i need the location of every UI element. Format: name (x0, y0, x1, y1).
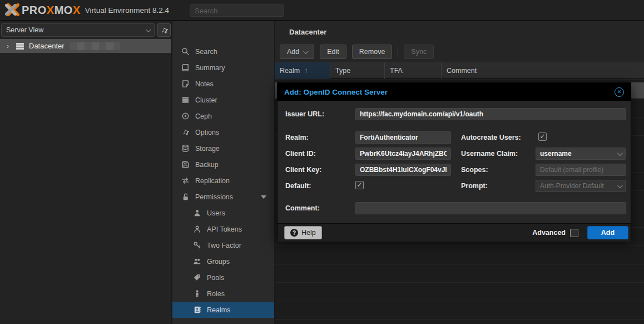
book-icon (181, 63, 190, 72)
toolbar-separator (398, 47, 398, 57)
chevron-down-icon (617, 150, 623, 156)
column-header-label: Realm (280, 67, 300, 75)
search-icon (181, 47, 190, 56)
sidebar-item-backup[interactable]: Backup (172, 156, 274, 173)
realm-field[interactable] (355, 131, 451, 144)
sidebar-item-label: Options (195, 129, 219, 136)
prompt-select[interactable]: Auth-Provider Default (536, 180, 626, 192)
person-icon (192, 289, 202, 298)
close-icon[interactable]: ✕ (615, 87, 624, 97)
sidebar-item-groups[interactable]: Groups (172, 253, 274, 269)
address-book-icon (192, 306, 202, 314)
username-claim-label: Username Claim: (461, 150, 518, 158)
proxmox-logo: PROXMOX Virtual Environment 8.2.4 (4, 3, 169, 18)
issuer-url-field[interactable] (355, 108, 626, 120)
sidebar-item-notes[interactable]: Notes (172, 76, 274, 92)
global-search-input[interactable] (190, 4, 284, 17)
dialog-footer: ? Help Advanced Add (278, 223, 631, 242)
column-header-tfa[interactable]: TFA (385, 62, 442, 79)
issuer-url-label: Issuer URL: (285, 110, 324, 118)
sidebar-item-options[interactable]: Options (172, 124, 274, 140)
default-checkbox[interactable] (355, 181, 364, 189)
sidebar-item-label: Cluster (195, 96, 217, 104)
remove-button[interactable]: Remove (352, 45, 393, 59)
sidebar-item-roles[interactable]: Roles (172, 286, 274, 302)
autocreate-users-checkbox[interactable] (538, 132, 547, 141)
sidebar-item-label: Storage (195, 145, 220, 153)
comment-field[interactable] (355, 202, 626, 214)
chevron-down-icon (146, 27, 151, 32)
gear-icon (181, 128, 190, 136)
prompt-label: Prompt: (461, 182, 488, 190)
sidebar-item-storage[interactable]: Storage (172, 140, 274, 156)
gear-icon (160, 26, 169, 35)
sidebar-item-partial[interactable] (172, 318, 274, 324)
sidebar-item-api-tokens[interactable]: API Tokens (172, 221, 274, 237)
sync-button[interactable]: Sync (404, 45, 434, 59)
table-row[interactable] (275, 301, 644, 320)
advanced-checkbox[interactable] (570, 229, 578, 237)
sidebar-item-label: Search (195, 48, 217, 56)
default-label: Default: (285, 182, 311, 190)
comment-label: Comment: (285, 204, 320, 212)
resource-tree-panel: Server View › Datacenter (0, 21, 171, 324)
column-header-realm[interactable]: Realm↑ (275, 62, 330, 79)
key-icon (192, 241, 202, 249)
nav-items: SearchSummaryNotesClusterCephOptionsStor… (172, 43, 274, 324)
question-icon: ? (290, 229, 298, 237)
sidebar-item-two-factor[interactable]: Two Factor (172, 237, 274, 253)
sidebar-item-summary[interactable]: Summary (172, 60, 274, 76)
scopes-label: Scopes: (461, 166, 488, 174)
sidebar-item-label: Permissions (195, 193, 233, 201)
column-header-comment[interactable]: Comment (442, 62, 644, 79)
table-row[interactable] (275, 246, 644, 264)
column-header-label: Comment (447, 67, 477, 75)
sidebar-item-ceph[interactable]: Ceph (172, 108, 274, 124)
users-group-icon (192, 257, 202, 266)
client-id-field[interactable] (355, 148, 451, 160)
edit-button[interactable]: Edit (320, 45, 346, 59)
dialog-add-button[interactable]: Add (587, 226, 628, 239)
chevron-right-icon[interactable]: › (7, 42, 12, 50)
sidebar-item-replication[interactable]: Replication (172, 173, 274, 189)
note-icon (181, 80, 190, 88)
sidebar-item-label: API Tokens (207, 225, 242, 233)
tree-node-label: Datacenter (29, 42, 65, 50)
sidebar-item-permissions[interactable]: Permissions (172, 189, 274, 205)
ha-icon (181, 322, 190, 324)
page-title: Datacenter (289, 28, 326, 36)
sidebar-item-pools[interactable]: Pools (172, 269, 274, 286)
sidebar-item-search[interactable]: Search (172, 43, 274, 60)
cluster-icon (181, 96, 190, 104)
sidebar-item-label: Roles (207, 290, 225, 298)
column-header-label: Type (335, 67, 350, 75)
proxmox-x-icon (4, 3, 19, 18)
add-button[interactable]: Add (280, 45, 314, 59)
unlock-icon (181, 193, 190, 201)
sidebar-item-realms[interactable]: Realms (172, 302, 274, 318)
proxmox-screen: PROXMOX Virtual Environment 8.2.4 Server… (0, 0, 644, 324)
view-selector[interactable]: Server View (1, 23, 155, 37)
view-selector-label: Server View (6, 26, 43, 34)
sidebar-item-label: Groups (207, 258, 230, 266)
column-header-type[interactable]: Type (330, 62, 385, 79)
sidebar-item-label: Users (207, 209, 225, 217)
sidebar-item-cluster[interactable]: Cluster (172, 92, 274, 108)
help-button[interactable]: ? Help (284, 226, 322, 239)
column-header-label: TFA (390, 67, 403, 75)
sidebar-item-users[interactable]: Users (172, 205, 274, 221)
table-row[interactable] (275, 283, 644, 301)
sidebar-item-label: Notes (195, 80, 214, 88)
tree-node-datacenter[interactable]: › Datacenter (0, 39, 171, 53)
table-row[interactable] (275, 264, 644, 283)
chevron-down-icon (261, 195, 266, 199)
client-key-field[interactable] (355, 164, 451, 176)
tree-settings-button[interactable] (157, 23, 171, 37)
username-claim-select[interactable]: username (536, 148, 626, 160)
datacenter-nav-panel: SearchSummaryNotesClusterCephOptionsStor… (172, 21, 274, 324)
tag-icon (192, 273, 202, 282)
sidebar-item-label: Summary (195, 64, 225, 72)
scopes-field[interactable] (536, 164, 626, 176)
dialog-header[interactable]: Add: OpenID Connect Server ✕ (278, 83, 631, 101)
user-icon (192, 209, 202, 217)
